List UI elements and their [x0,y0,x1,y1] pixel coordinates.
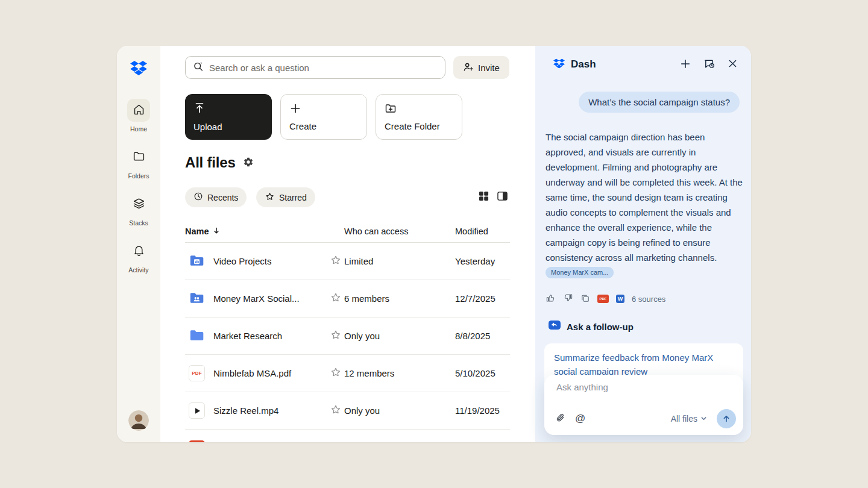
folder-video-icon [189,252,205,271]
pdf-file-icon: PDF [189,365,205,381]
search-input[interactable] [209,63,438,73]
paperclip-icon [555,413,565,425]
file-name: Nimblefab MSA.pdf [213,368,291,378]
video-file-icon [189,402,205,419]
folder-plus-icon [385,102,397,116]
page-title: All files [185,154,236,171]
folders-icon [133,150,145,165]
assistant-response: The social campaign direction has been a… [546,130,743,280]
folder-icon [189,327,205,345]
files-table: Name Who can access Modified Video Proje… [185,221,510,442]
thumbs-down-icon [563,293,573,305]
file-modified: 11/19/2025 [455,405,510,416]
sidebar-item-activity[interactable]: Activity [117,240,160,274]
followup-label: Ask a follow-up [567,322,634,332]
file-name: Video Projects [213,256,271,266]
copy-button[interactable] [580,293,590,305]
dash-logo-icon [553,58,565,72]
sidebar-item-stacks[interactable]: Stacks [117,193,160,227]
send-button[interactable] [717,409,736,428]
ask-input-card: @ All files [544,375,743,435]
filter-label: Starred [279,193,307,202]
sidebar-item-home[interactable]: Home [117,99,160,133]
file-access: Only you [344,405,455,416]
ask-followup[interactable]: Ask a follow-up [549,321,634,333]
app-window: Home Folders Stacks Activity Invite [117,46,751,442]
close-dash-button[interactable] [728,58,738,70]
column-name-label: Name [185,227,209,236]
row-star-button[interactable] [327,254,344,268]
thumbs-up-button[interactable] [546,293,556,305]
user-message-bubble: What’s the social campaign status? [579,92,740,113]
row-star-button[interactable] [327,329,344,343]
sources-count[interactable]: 6 sources [632,295,665,304]
sort-desc-icon [213,227,220,236]
new-chat-button[interactable] [680,58,691,71]
table-header: Name Who can access Modified [185,221,510,243]
column-name-sort[interactable]: Name [185,227,327,236]
copy-icon [580,293,590,305]
row-star-button[interactable] [327,366,344,380]
star-outline-icon [330,366,342,380]
file-modified: 5/10/2025 [455,368,510,378]
table-row[interactable]: Video Projects Limited Yesterday [185,243,510,280]
file-modified: 8/8/2025 [455,331,510,341]
avatar[interactable] [128,410,149,431]
file-modified: Yesterday [455,256,510,266]
plus-icon [680,58,691,71]
file-access: Only you [344,331,455,341]
grid-view-button[interactable] [479,191,489,203]
create-folder-label: Create Folder [385,121,440,131]
ask-anything-input[interactable] [556,382,731,392]
settings-button[interactable] [243,157,254,169]
folder-shared-icon [189,290,205,308]
file-name: Sizzle Reel.mp4 [213,405,278,416]
table-row[interactable]: Sizzle Reel.mp4 Only you 11/19/2025 [185,392,510,430]
create-button[interactable]: Create [280,94,367,140]
sidebar: Home Folders Stacks Activity [117,46,160,442]
mention-button[interactable]: @ [575,413,585,425]
attach-button[interactable] [555,413,565,425]
clock-icon [193,192,203,203]
create-folder-button[interactable]: Create Folder [376,94,462,140]
file-modified: 12/7/2025 [455,293,510,304]
file-access: Limited [344,256,455,266]
file-access: 12 members [344,368,455,378]
file-name: Market Research [213,331,282,341]
close-icon [728,58,738,70]
upload-icon [193,102,206,116]
invite-person-icon [463,61,474,74]
chevron-down-icon [700,414,707,424]
main-content: Invite Upload Create Create Folder All f… [160,46,535,442]
filter-label: Recents [207,193,238,202]
activity-icon [133,244,145,259]
star-outline-icon [330,254,342,268]
plus-icon [289,102,301,116]
row-star-button[interactable] [327,404,344,418]
create-label: Create [289,121,316,131]
chat-history-button[interactable] [703,58,715,71]
file-name: Money MarX Social... [213,293,300,304]
source-pdf-badge: PDF [597,295,609,303]
table-row[interactable]: PDF Nimblefab MSA.pdf 12 members 5/10/20… [185,355,510,392]
upload-button[interactable]: Upload [185,94,272,140]
table-row[interactable]: Money MarX Social... 6 members 12/7/2025 [185,280,510,318]
thumbs-down-button[interactable] [563,293,573,305]
row-star-button[interactable] [327,292,344,305]
filter-starred[interactable]: Starred [256,187,315,207]
side-panel-icon [497,191,508,203]
source-chip[interactable]: Money MarX cam... [546,267,614,278]
invite-button[interactable]: Invite [453,56,509,79]
sidebar-item-label: Home [117,125,160,133]
scope-selector[interactable]: All files [671,414,707,424]
thumbs-up-icon [546,293,556,305]
search-bar[interactable] [185,56,445,79]
side-panel-toggle-button[interactable] [497,191,508,203]
chat-history-icon [703,58,715,71]
dropbox-logo[interactable] [117,60,160,79]
clipped-file-icon [189,440,205,442]
sidebar-item-folders[interactable]: Folders [117,146,160,180]
table-row[interactable]: Market Research Only you 8/8/2025 [185,318,510,355]
scope-label: All files [671,414,697,424]
filter-recents[interactable]: Recents [185,187,247,207]
